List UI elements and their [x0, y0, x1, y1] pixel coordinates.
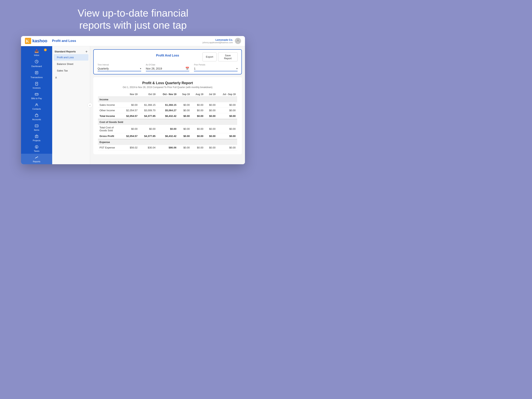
header-logo: K kashoo — [25, 38, 52, 44]
col-header-octnov19: Oct - Nov 19 — [157, 92, 178, 97]
prior-periods-select[interactable]: 1 2 3 — [194, 67, 236, 71]
sidebar-label-inbox: Inbox — [34, 54, 39, 56]
company-name: Lemonade Co. — [203, 38, 233, 41]
sidebar-label-transactions: Transactions — [31, 76, 43, 78]
header-right: Lemonade Co. johnny.appleseed@kashoo.com — [203, 38, 241, 44]
items-icon — [35, 124, 38, 128]
report-subtitle: Oct 1, 2019 to Nov 28, 2019 Compared To … — [98, 86, 237, 89]
hero-section: View up-to-date financial reports with j… — [0, 0, 266, 36]
export-button[interactable]: Export — [203, 52, 216, 61]
col-header-aug19: Aug 19 — [191, 92, 205, 97]
sidebar-label-bills: Bills to Pay — [31, 97, 42, 100]
report-filter-title: Profit And Loss — [133, 54, 203, 57]
col-header-oct19: Oct 19 — [139, 92, 157, 97]
dashboard-icon — [35, 60, 38, 64]
accounts-icon — [35, 114, 38, 117]
bills-icon — [35, 93, 38, 97]
section-cogs: Cost of Goods Sold — [98, 119, 237, 125]
gross-profit-row: Gross Profit $2,054.57 $4,377.85 $6,432.… — [98, 133, 237, 139]
projects-icon — [35, 135, 38, 139]
sub-nav-panel: ‹ Standard Reports + Profit and Loss Bal… — [52, 46, 90, 164]
sidebar-label-invoices: Invoices — [33, 87, 40, 89]
sidebar-item-invoices[interactable]: Invoices — [21, 80, 52, 90]
row-label: Total Cost ofGoods Sold — [98, 125, 121, 133]
time-interval-group: Time Interval Quarterly Monthly Yearly ▾ — [98, 64, 141, 71]
avatar[interactable] — [235, 38, 241, 44]
table-row: Other Income $2,054.57 $3,009.70 $5,064.… — [98, 108, 237, 113]
collapse-toggle[interactable]: ‹ — [88, 103, 93, 108]
taxes-icon: $ — [35, 145, 38, 149]
report-content: Profit & Loss Quarterly Report Oct 1, 20… — [93, 77, 242, 154]
inbox-badge: ! — [44, 49, 47, 51]
as-of-date-wrapper: 📅 — [146, 67, 190, 71]
filter-controls: Time Interval Quarterly Monthly Yearly ▾… — [98, 64, 238, 71]
app-body: 📥 Inbox ! Dashboard Transactions — [21, 46, 245, 164]
total-income-label: Total Income — [98, 113, 121, 119]
prior-periods-arrow-icon: ▾ — [236, 67, 238, 70]
sidebar-item-taxes[interactable]: $ Taxes — [21, 143, 52, 154]
transactions-icon — [35, 71, 38, 75]
col-header-sep19: Sep 19 — [178, 92, 191, 97]
row-label: Sales Income — [98, 102, 121, 108]
svg-rect-14 — [35, 115, 38, 117]
sidebar-item-reports[interactable]: Reports — [21, 154, 52, 164]
sidebar-item-accounts[interactable]: Accounts — [21, 112, 52, 122]
main-content: Profit And Loss Export Save Report Time … — [90, 46, 245, 164]
sidebar-label-taxes: Taxes — [34, 150, 39, 152]
sidebar-item-transactions[interactable]: Transactions — [21, 69, 52, 80]
sidebar-label-projects: Projects — [33, 139, 40, 142]
sidebar-item-dashboard[interactable]: Dashboard — [21, 58, 52, 69]
brand-name: kashoo — [32, 38, 47, 44]
svg-text:$: $ — [36, 146, 37, 148]
table-row: Total Cost ofGoods Sold $0.00 $0.00 $0.0… — [98, 125, 237, 133]
header-page-title: Profit and Loss — [52, 39, 76, 43]
col-header-julsep19: Jul - Sep 19 — [217, 92, 237, 97]
table-header-row: Nov 19 Oct 19 Oct - Nov 19 Sep 19 Aug 19… — [98, 92, 237, 97]
sidebar-item-bills[interactable]: Bills to Pay — [21, 90, 52, 101]
inbox-icon: 📥 — [34, 49, 39, 53]
as-of-date-input[interactable] — [146, 67, 186, 71]
total-income-row: Total Income $2,054.57 $4,377.85 $6,432.… — [98, 113, 237, 119]
section-expense: Expense — [98, 139, 237, 145]
sub-nav-collapse-arrow[interactable]: ∧ — [52, 74, 90, 81]
sub-nav-item-profit-loss[interactable]: Profit and Loss — [54, 54, 89, 61]
time-interval-arrow-icon: ▾ — [140, 67, 141, 70]
sidebar-item-contacts[interactable]: Contacts — [21, 101, 52, 112]
sub-nav-title: Standard Reports — [55, 50, 76, 53]
kashoo-logo-icon: K — [25, 38, 31, 44]
sidebar-label-reports: Reports — [33, 160, 40, 163]
report-filter-bar: Profit And Loss Export Save Report Time … — [93, 49, 242, 74]
table-row: PST Expense $56.02 $30.04 $86.06 $0.00 $… — [98, 145, 237, 150]
time-interval-select-wrapper: Quarterly Monthly Yearly ▾ — [98, 67, 141, 71]
sidebar-item-projects[interactable]: Projects — [21, 133, 52, 143]
svg-point-16 — [36, 125, 36, 126]
sub-nav-item-balance-sheet[interactable]: Balance Sheet — [54, 61, 89, 67]
as-of-date-label: As Of Date — [146, 64, 190, 66]
sub-nav-add-button[interactable]: + — [85, 50, 88, 54]
sub-nav-header: Standard Reports + — [52, 48, 90, 54]
col-header-nov19: Nov 19 — [121, 92, 139, 97]
sidebar-label-accounts: Accounts — [32, 118, 41, 121]
col-header-label — [98, 92, 121, 97]
sub-nav-item-sales-tax[interactable]: Sales Tax — [54, 67, 89, 74]
prior-periods-group: Prior Periods 1 2 3 ▾ — [194, 64, 238, 71]
save-report-button[interactable]: Save Report — [218, 52, 238, 61]
prior-periods-label: Prior Periods — [194, 64, 238, 66]
hero-text: View up-to-date financial reports with j… — [4, 7, 262, 31]
header-company: Lemonade Co. johnny.appleseed@kashoo.com — [203, 38, 233, 44]
as-of-date-group: As Of Date 📅 — [146, 64, 190, 71]
invoices-icon — [35, 82, 38, 86]
sidebar: 📥 Inbox ! Dashboard Transactions — [21, 46, 52, 164]
table-row: Sales Income $0.00 $1,368.15 $1,368.15 $… — [98, 102, 237, 108]
sidebar-item-items[interactable]: Items — [21, 122, 52, 133]
report-title: Profit & Loss Quarterly Report — [98, 81, 237, 85]
svg-text:K: K — [26, 39, 29, 44]
report-table: Nov 19 Oct 19 Oct - Nov 19 Sep 19 Aug 19… — [98, 92, 237, 150]
sidebar-item-inbox[interactable]: 📥 Inbox ! — [21, 47, 52, 58]
gross-profit-label: Gross Profit — [98, 133, 121, 139]
calendar-icon[interactable]: 📅 — [185, 67, 189, 70]
svg-rect-18 — [35, 135, 38, 138]
app-header: K kashoo Profit and Loss Lemonade Co. jo… — [21, 36, 245, 46]
row-label: PST Expense — [98, 145, 121, 150]
time-interval-select[interactable]: Quarterly Monthly Yearly — [98, 67, 140, 71]
